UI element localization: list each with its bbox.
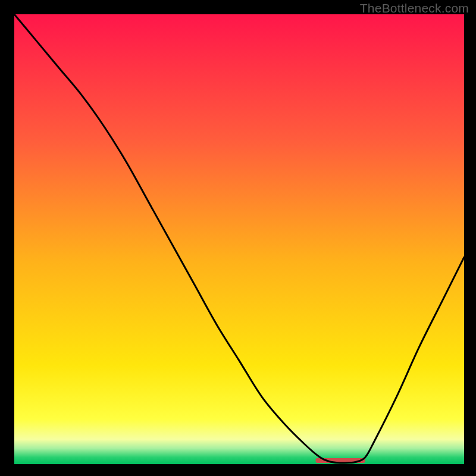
bottleneck-chart: [0, 0, 476, 476]
chart-container: TheBottleneck.com: [0, 0, 476, 476]
